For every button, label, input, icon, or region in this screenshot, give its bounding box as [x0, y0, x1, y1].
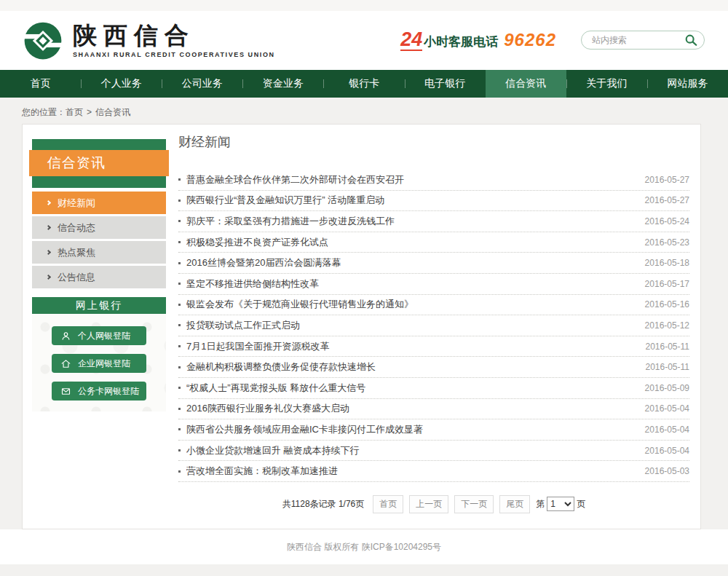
breadcrumb-home-link[interactable]: 首页 — [66, 107, 83, 117]
envelope-icon — [60, 386, 71, 397]
main-nav: 首页 个人业务 公司业务 资金业务 银行卡 电子银行 信合资讯 关于我们 网站服… — [0, 70, 728, 98]
news-link[interactable]: 投贷联动试点工作正式启动 — [186, 319, 636, 332]
news-row: 积极稳妥推进不良资产证券化试点2016-05-23 — [178, 232, 689, 253]
pagination-summary: 共1128条记录 1/76页 — [282, 498, 365, 510]
nav-item-personal[interactable]: 个人业务 — [81, 70, 162, 98]
news-date: 2016-05-18 — [645, 258, 689, 268]
personal-ebank-login-button[interactable]: 个人网银登陆 — [52, 326, 146, 345]
bullet-icon — [178, 200, 181, 202]
nav-item-home[interactable]: 首页 — [0, 70, 81, 98]
bullet-icon — [178, 428, 181, 430]
news-link[interactable]: 陕西银行业“普及金融知识万里行” 活动隆重启动 — [186, 194, 636, 207]
news-date: 2016-05-12 — [645, 320, 689, 331]
site-footer: 陕西信合 版权所有 陕ICP备10204295号 — [0, 529, 728, 564]
news-link[interactable]: 坚定不移推进供给侧结构性改革 — [186, 277, 636, 291]
site-search — [581, 31, 705, 50]
news-link[interactable]: 2016丝博会暨第20届西洽会圆满落幕 — [186, 256, 636, 269]
bullet-icon — [178, 283, 181, 285]
bullet-icon — [178, 178, 181, 181]
news-link[interactable]: 陕西省公共服务领域应用金融IC卡非接闪付工作成效显著 — [186, 423, 636, 436]
news-row: “权威人士”再现党报头版 释放什么重大信号2016-05-09 — [178, 378, 689, 399]
news-link[interactable]: 7月1日起我国全面推开资源税改革 — [186, 340, 637, 353]
breadcrumb-separator: > — [87, 107, 92, 117]
hotline-24: 24 — [400, 31, 422, 51]
news-link[interactable]: 银监会发布《关于规范商业银行代理销售业务的通知》 — [186, 298, 636, 311]
news-date: 2016-05-24 — [645, 216, 689, 226]
news-row: 投贷联动试点工作正式启动2016-05-12 — [178, 315, 689, 336]
logo-title: 陕西信合 — [73, 23, 275, 49]
news-link[interactable]: 2016陕西银行业服务礼仪大赛盛大启动 — [186, 402, 636, 415]
chevron-right-icon — [46, 225, 51, 230]
news-row: 小微企业贷款增速回升 融资成本持续下行2016-05-04 — [178, 441, 689, 462]
logo[interactable]: 陕西信合 SHAANXI RURAL CREDIT COOPERATIVES U… — [22, 20, 275, 62]
page-title: 财经新闻 — [178, 133, 689, 151]
pagination-prev-button[interactable]: 上一页 — [409, 495, 448, 513]
news-date: 2016-05-04 — [645, 446, 689, 456]
sidebar-item-announcements[interactable]: 公告信息 — [32, 266, 166, 288]
bullet-icon — [178, 220, 181, 222]
news-row: 坚定不移推进供给侧结构性改革2016-05-17 — [178, 274, 689, 295]
nav-item-ebanking[interactable]: 电子银行 — [405, 70, 486, 98]
news-row: 陕西银行业“普及金融知识万里行” 活动隆重启动2016-05-27 — [178, 191, 689, 212]
news-row: 郭庆平：采取坚强有力措施进一步改进反洗钱工作2016-05-24 — [178, 211, 689, 232]
news-list: 普惠金融全球合作伙伴第二次外部研讨会在西安召开2016-05-27 陕西银行业“… — [178, 170, 689, 482]
sidebar-item-finance-news[interactable]: 财经新闻 — [32, 192, 166, 214]
news-date: 2016-05-16 — [645, 299, 689, 309]
pagination-next-button[interactable]: 下一页 — [454, 495, 494, 513]
news-link[interactable]: 郭庆平：采取坚强有力措施进一步改进反洗钱工作 — [186, 215, 636, 228]
news-row: 银监会发布《关于规范商业银行代理销售业务的通知》2016-05-16 — [178, 295, 689, 316]
nav-item-news[interactable]: 信合资讯 — [486, 70, 566, 98]
corporate-ebank-login-button[interactable]: 企业网银登陆 — [52, 354, 146, 373]
news-date: 2016-05-17 — [645, 279, 689, 289]
site-header: 陕西信合 SHAANXI RURAL CREDIT COOPERATIVES U… — [0, 11, 728, 70]
news-row: 金融机构积极调整负债业务促使存款快速增长2016-05-11 — [178, 357, 689, 378]
news-link[interactable]: 小微企业贷款增速回升 融资成本持续下行 — [186, 444, 636, 457]
chevron-right-icon — [46, 200, 51, 205]
sidebar: 信合资讯 财经新闻 信合动态 热点聚焦 公告信息 网上银行 个人网银登陆 — [23, 125, 167, 529]
user-icon — [60, 331, 71, 342]
news-link[interactable]: 普惠金融全球合作伙伴第二次外部研讨会在西安召开 — [186, 173, 636, 186]
hotline: 24 小时客服电话 96262 — [400, 30, 556, 51]
nav-item-corporate[interactable]: 公司业务 — [162, 70, 242, 98]
sidebar-menu: 财经新闻 信合动态 热点聚焦 公告信息 — [32, 192, 166, 288]
pagination-last-button[interactable]: 尾页 — [499, 495, 530, 513]
logo-icon — [22, 20, 64, 62]
copyright-text: 陕西信合 版权所有 陕ICP备10204295号 — [287, 541, 441, 553]
news-row: 营改增全面实施：税制改革加速推进2016-05-03 — [178, 461, 689, 482]
content-box: 信合资讯 财经新闻 信合动态 热点聚焦 公告信息 网上银行 个人网银登陆 — [22, 124, 701, 529]
nav-item-about[interactable]: 关于我们 — [566, 70, 647, 98]
news-link[interactable]: 积极稳妥推进不良资产证券化试点 — [186, 236, 636, 249]
chevron-right-icon — [46, 250, 51, 255]
bullet-icon — [178, 262, 181, 264]
news-link[interactable]: “权威人士”再现党报头版 释放什么重大信号 — [186, 382, 636, 395]
news-date: 2016-05-11 — [646, 342, 690, 352]
logo-subtitle: SHAANXI RURAL CREDIT COOPERATIVES UNION — [73, 51, 275, 58]
news-link[interactable]: 营改增全面实施：税制改革加速推进 — [186, 465, 636, 478]
news-date: 2016-05-23 — [645, 237, 689, 248]
search-button[interactable] — [684, 33, 697, 47]
news-link[interactable]: 金融机构积极调整负债业务促使存款快速增长 — [186, 360, 637, 374]
nav-item-treasury[interactable]: 资金业务 — [242, 70, 323, 98]
page: 陕西信合 SHAANXI RURAL CREDIT COOPERATIVES U… — [0, 0, 728, 576]
nav-item-bankcard[interactable]: 银行卡 — [323, 70, 404, 98]
page-select[interactable]: 1 — [547, 497, 574, 511]
pagination-first-button[interactable]: 首页 — [373, 495, 403, 513]
bullet-icon — [178, 241, 181, 243]
news-date: 2016-05-09 — [645, 383, 689, 393]
news-date: 2016-05-04 — [645, 403, 689, 414]
bullet-icon — [178, 387, 181, 389]
hotline-label: 小时客服电话 — [424, 33, 498, 50]
bullet-icon — [178, 408, 181, 410]
news-row: 2016陕西银行业服务礼仪大赛盛大启动2016-05-04 — [178, 399, 689, 420]
official-card-ebank-login-button[interactable]: 公务卡网银登陆 — [52, 382, 146, 401]
news-row: 陕西省公共服务领域应用金融IC卡非接闪付工作成效显著2016-05-04 — [178, 419, 689, 441]
sidebar-item-coop-news[interactable]: 信合动态 — [32, 216, 166, 239]
news-date: 2016-05-11 — [646, 362, 690, 372]
breadcrumb-current: 信合资讯 — [95, 107, 130, 117]
nav-item-services[interactable]: 网站服务 — [647, 70, 728, 98]
jump-prefix: 第 — [536, 498, 545, 510]
bullet-icon — [178, 304, 181, 306]
news-date: 2016-05-04 — [645, 425, 689, 435]
sidebar-item-hot-topics[interactable]: 热点聚焦 — [32, 241, 166, 264]
jump-suffix: 页 — [577, 498, 585, 510]
